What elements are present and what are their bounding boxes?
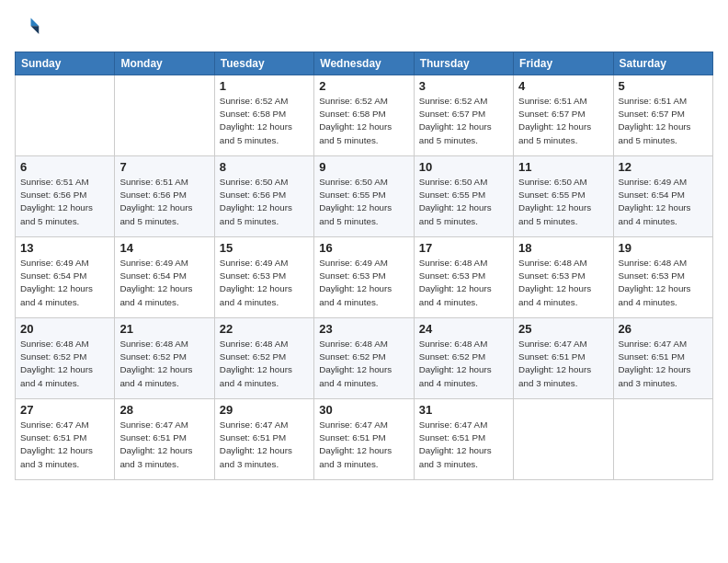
week-row-4: 20Sunrise: 6:48 AM Sunset: 6:52 PM Dayli…: [16, 318, 713, 399]
day-info: Sunrise: 6:47 AM Sunset: 6:51 PM Dayligh…: [419, 419, 508, 471]
day-cell: [16, 75, 115, 156]
week-row-2: 6Sunrise: 6:51 AM Sunset: 6:56 PM Daylig…: [16, 156, 713, 237]
day-cell: 10Sunrise: 6:50 AM Sunset: 6:55 PM Dayli…: [414, 156, 513, 237]
day-cell: 13Sunrise: 6:49 AM Sunset: 6:54 PM Dayli…: [16, 237, 115, 318]
day-info: Sunrise: 6:52 AM Sunset: 6:58 PM Dayligh…: [319, 95, 408, 147]
day-cell: [613, 399, 712, 480]
day-cell: 12Sunrise: 6:49 AM Sunset: 6:54 PM Dayli…: [613, 156, 712, 237]
week-row-5: 27Sunrise: 6:47 AM Sunset: 6:51 PM Dayli…: [16, 399, 713, 480]
day-cell: 24Sunrise: 6:48 AM Sunset: 6:52 PM Dayli…: [414, 318, 513, 399]
header-sunday: Sunday: [16, 52, 115, 75]
day-number: 18: [518, 241, 608, 255]
day-info: Sunrise: 6:50 AM Sunset: 6:55 PM Dayligh…: [319, 176, 408, 228]
day-number: 23: [319, 322, 408, 336]
day-info: Sunrise: 6:47 AM Sunset: 6:51 PM Dayligh…: [319, 419, 408, 471]
day-info: Sunrise: 6:47 AM Sunset: 6:51 PM Dayligh…: [619, 338, 708, 390]
day-cell: 22Sunrise: 6:48 AM Sunset: 6:52 PM Dayli…: [214, 318, 313, 399]
day-number: 8: [220, 160, 309, 174]
day-cell: 17Sunrise: 6:48 AM Sunset: 6:53 PM Dayli…: [414, 237, 513, 318]
day-cell: 29Sunrise: 6:47 AM Sunset: 6:51 PM Dayli…: [214, 399, 313, 480]
day-number: 22: [220, 322, 309, 336]
day-info: Sunrise: 6:51 AM Sunset: 6:56 PM Dayligh…: [20, 176, 109, 228]
day-cell: 19Sunrise: 6:48 AM Sunset: 6:53 PM Dayli…: [613, 237, 712, 318]
svg-marker-0: [31, 18, 40, 27]
day-cell: 26Sunrise: 6:47 AM Sunset: 6:51 PM Dayli…: [613, 318, 712, 399]
day-info: Sunrise: 6:48 AM Sunset: 6:52 PM Dayligh…: [20, 338, 109, 390]
day-info: Sunrise: 6:50 AM Sunset: 6:56 PM Dayligh…: [220, 176, 309, 228]
day-number: 17: [419, 241, 508, 255]
day-number: 12: [619, 160, 708, 174]
day-number: 10: [419, 160, 508, 174]
day-cell: 11Sunrise: 6:50 AM Sunset: 6:55 PM Dayli…: [514, 156, 613, 237]
day-info: Sunrise: 6:47 AM Sunset: 6:51 PM Dayligh…: [518, 338, 608, 390]
day-cell: 14Sunrise: 6:49 AM Sunset: 6:54 PM Dayli…: [115, 237, 214, 318]
page-header: [15, 15, 713, 40]
day-number: 31: [419, 403, 508, 417]
day-number: 19: [619, 241, 708, 255]
header-tuesday: Tuesday: [214, 52, 313, 75]
day-number: 26: [619, 322, 708, 336]
day-cell: 27Sunrise: 6:47 AM Sunset: 6:51 PM Dayli…: [16, 399, 115, 480]
day-cell: 8Sunrise: 6:50 AM Sunset: 6:56 PM Daylig…: [214, 156, 313, 237]
day-number: 4: [518, 79, 608, 93]
day-info: Sunrise: 6:49 AM Sunset: 6:54 PM Dayligh…: [20, 257, 109, 309]
svg-marker-1: [31, 26, 40, 34]
day-cell: 31Sunrise: 6:47 AM Sunset: 6:51 PM Dayli…: [414, 399, 513, 480]
day-cell: 3Sunrise: 6:52 AM Sunset: 6:57 PM Daylig…: [414, 75, 513, 156]
header-friday: Friday: [514, 52, 613, 75]
day-info: Sunrise: 6:52 AM Sunset: 6:58 PM Dayligh…: [220, 95, 309, 147]
day-info: Sunrise: 6:51 AM Sunset: 6:57 PM Dayligh…: [518, 95, 608, 147]
day-number: 1: [220, 79, 309, 93]
day-info: Sunrise: 6:50 AM Sunset: 6:55 PM Dayligh…: [518, 176, 608, 228]
week-row-1: 1Sunrise: 6:52 AM Sunset: 6:58 PM Daylig…: [16, 75, 713, 156]
day-info: Sunrise: 6:49 AM Sunset: 6:54 PM Dayligh…: [119, 257, 209, 309]
day-info: Sunrise: 6:48 AM Sunset: 6:53 PM Dayligh…: [518, 257, 608, 309]
day-cell: 6Sunrise: 6:51 AM Sunset: 6:56 PM Daylig…: [16, 156, 115, 237]
calendar-table: SundayMondayTuesdayWednesdayThursdayFrid…: [15, 52, 713, 480]
day-number: 29: [220, 403, 309, 417]
day-cell: 9Sunrise: 6:50 AM Sunset: 6:55 PM Daylig…: [314, 156, 414, 237]
day-info: Sunrise: 6:48 AM Sunset: 6:52 PM Dayligh…: [419, 338, 508, 390]
day-info: Sunrise: 6:48 AM Sunset: 6:52 PM Dayligh…: [319, 338, 408, 390]
day-info: Sunrise: 6:48 AM Sunset: 6:53 PM Dayligh…: [619, 257, 708, 309]
day-number: 2: [319, 79, 408, 93]
day-info: Sunrise: 6:48 AM Sunset: 6:52 PM Dayligh…: [119, 338, 209, 390]
day-cell: 23Sunrise: 6:48 AM Sunset: 6:52 PM Dayli…: [314, 318, 414, 399]
day-number: 30: [319, 403, 408, 417]
header-thursday: Thursday: [414, 52, 513, 75]
day-cell: 20Sunrise: 6:48 AM Sunset: 6:52 PM Dayli…: [16, 318, 115, 399]
day-cell: 5Sunrise: 6:51 AM Sunset: 6:57 PM Daylig…: [613, 75, 712, 156]
day-info: Sunrise: 6:51 AM Sunset: 6:57 PM Dayligh…: [619, 95, 708, 147]
day-cell: 28Sunrise: 6:47 AM Sunset: 6:51 PM Dayli…: [115, 399, 214, 480]
day-cell: 2Sunrise: 6:52 AM Sunset: 6:58 PM Daylig…: [314, 75, 414, 156]
day-info: Sunrise: 6:47 AM Sunset: 6:51 PM Dayligh…: [220, 419, 309, 471]
day-number: 27: [20, 403, 109, 417]
day-number: 7: [119, 160, 209, 174]
day-number: 14: [119, 241, 209, 255]
day-info: Sunrise: 6:47 AM Sunset: 6:51 PM Dayligh…: [119, 419, 209, 471]
logo: [15, 15, 44, 40]
day-number: 11: [518, 160, 608, 174]
day-info: Sunrise: 6:51 AM Sunset: 6:56 PM Dayligh…: [119, 176, 209, 228]
day-cell: [514, 399, 613, 480]
day-number: 21: [119, 322, 209, 336]
day-number: 5: [619, 79, 708, 93]
day-cell: 21Sunrise: 6:48 AM Sunset: 6:52 PM Dayli…: [115, 318, 214, 399]
day-cell: 25Sunrise: 6:47 AM Sunset: 6:51 PM Dayli…: [514, 318, 613, 399]
day-info: Sunrise: 6:49 AM Sunset: 6:53 PM Dayligh…: [220, 257, 309, 309]
week-row-3: 13Sunrise: 6:49 AM Sunset: 6:54 PM Dayli…: [16, 237, 713, 318]
day-cell: [115, 75, 214, 156]
day-number: 28: [119, 403, 209, 417]
header-monday: Monday: [115, 52, 214, 75]
day-number: 3: [419, 79, 508, 93]
day-cell: 16Sunrise: 6:49 AM Sunset: 6:53 PM Dayli…: [314, 237, 414, 318]
day-cell: 7Sunrise: 6:51 AM Sunset: 6:56 PM Daylig…: [115, 156, 214, 237]
day-cell: 4Sunrise: 6:51 AM Sunset: 6:57 PM Daylig…: [514, 75, 613, 156]
day-number: 13: [20, 241, 109, 255]
header-saturday: Saturday: [613, 52, 712, 75]
day-info: Sunrise: 6:48 AM Sunset: 6:53 PM Dayligh…: [419, 257, 508, 309]
calendar-header-row: SundayMondayTuesdayWednesdayThursdayFrid…: [16, 52, 713, 75]
day-info: Sunrise: 6:49 AM Sunset: 6:53 PM Dayligh…: [319, 257, 408, 309]
day-number: 15: [220, 241, 309, 255]
day-cell: 15Sunrise: 6:49 AM Sunset: 6:53 PM Dayli…: [214, 237, 313, 318]
